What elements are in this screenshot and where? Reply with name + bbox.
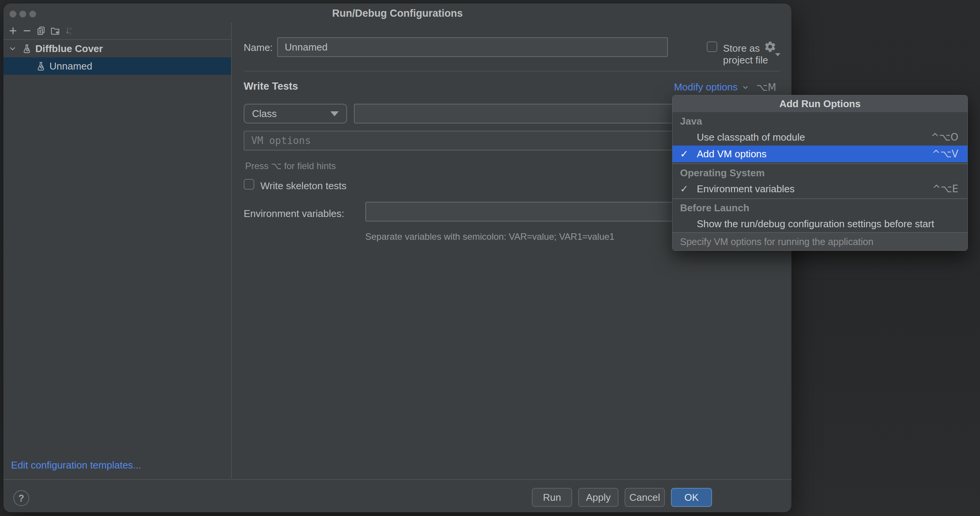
diffblue-flask-icon [36,61,46,71]
popup-item-shortcut: ^⌥V [932,148,958,160]
sidebar-toolbar: a z [3,22,231,39]
remove-configuration-button[interactable] [21,25,33,37]
diffblue-flask-icon [22,44,32,54]
popup-item-use-classpath[interactable]: Use classpath of module ^⌥O [673,129,967,146]
sort-configurations-icon[interactable]: a z [64,25,75,37]
add-run-options-popup: Add Run Options Java Use classpath of mo… [672,95,968,251]
popup-item-label: Environment variables [697,183,932,195]
combo-arrow-icon [330,111,339,116]
chevron-down-icon[interactable] [8,44,17,53]
new-folder-icon[interactable] [49,25,61,37]
run-debug-configurations-dialog: Run/Debug Configurations [3,3,792,513]
environment-variables-hint: Separate variables with semicolon: VAR=v… [365,232,614,242]
ok-button[interactable]: OK [671,488,712,507]
popup-section-before-launch: Before Launch [673,200,967,216]
write-tests-section-title: Write Tests [244,81,298,92]
gear-dropdown-caret [775,53,780,56]
popup-item-add-vm-options[interactable]: ✓ Add VM options ^⌥V [673,146,967,162]
configurations-tree: Diffblue Cover Unnamed [3,39,231,75]
environment-variables-label: Environment variables: [244,208,344,220]
modify-options-link[interactable]: Modify options [674,81,749,93]
cancel-button[interactable]: Cancel [625,488,665,507]
chevron-down-icon [741,83,749,92]
help-button[interactable]: ? [13,490,29,506]
popup-section-java: Java [673,114,967,129]
dialog-title: Run/Debug Configurations [3,3,791,23]
popup-item-environment-variables[interactable]: ✓ Environment variables ^⌥E [673,181,967,197]
name-row-separator [244,71,780,71]
close-window-button[interactable] [10,11,16,17]
popup-separator [673,164,967,164]
popup-item-shortcut: ^⌥E [932,183,958,195]
tree-item-label: Unnamed [49,60,92,72]
edit-configuration-templates-link[interactable]: Edit configuration templates... [11,459,142,471]
configurations-sidebar: a z [3,22,232,478]
store-as-project-file-label: Store as project file [723,43,791,66]
write-skeleton-tests-label: Write skeleton tests [260,180,346,192]
checkmark-icon: ✓ [680,148,697,160]
modify-options-label: Modify options [674,81,738,93]
popup-item-label: Show the run/debug configuration setting… [697,218,958,230]
minimize-window-button[interactable] [19,11,26,17]
popup-section-operating-system: Operating System [673,165,967,181]
footer-separator [3,479,791,480]
popup-footer-hint: Specify VM options for running the appli… [673,232,967,251]
dialog-titlebar: Run/Debug Configurations [3,3,791,22]
target-type-combobox[interactable]: Class [244,104,347,124]
store-as-project-file-checkbox[interactable] [707,41,718,52]
run-button[interactable]: Run [532,488,572,507]
copy-configuration-icon[interactable] [35,25,47,37]
popup-item-shortcut: ^⌥O [931,132,958,143]
field-hint-text: Press ⌥ for field hints [245,161,336,171]
modify-options-shortcut: ⌥M [756,82,776,93]
store-options-gear-icon[interactable] [764,40,779,56]
popup-item-label: Add VM options [697,148,932,160]
tree-group-label: Diffblue Cover [35,43,103,55]
name-input[interactable] [277,37,668,57]
add-configuration-button[interactable] [7,25,19,37]
tree-item-unnamed[interactable]: Unnamed [3,57,231,75]
screen: Run/Debug Configurations [0,0,980,516]
modify-options-row: Modify options ⌥M [674,81,776,93]
svg-text:a: a [70,26,72,30]
popup-item-show-settings-before-start[interactable]: Show the run/debug configuration setting… [673,216,967,232]
zoom-window-button[interactable] [29,11,36,17]
checkmark-icon: ✓ [680,183,697,195]
popup-item-label: Use classpath of module [697,132,931,143]
svg-text:z: z [70,31,72,35]
tree-group-diffblue-cover[interactable]: Diffblue Cover [3,40,231,57]
apply-button[interactable]: Apply [578,488,619,507]
window-controls [10,11,36,17]
popup-title: Add Run Options [673,95,967,112]
write-skeleton-tests-checkbox[interactable] [244,179,254,190]
target-type-value: Class [252,108,277,120]
name-label: Name: [244,42,273,54]
popup-separator [673,198,967,199]
